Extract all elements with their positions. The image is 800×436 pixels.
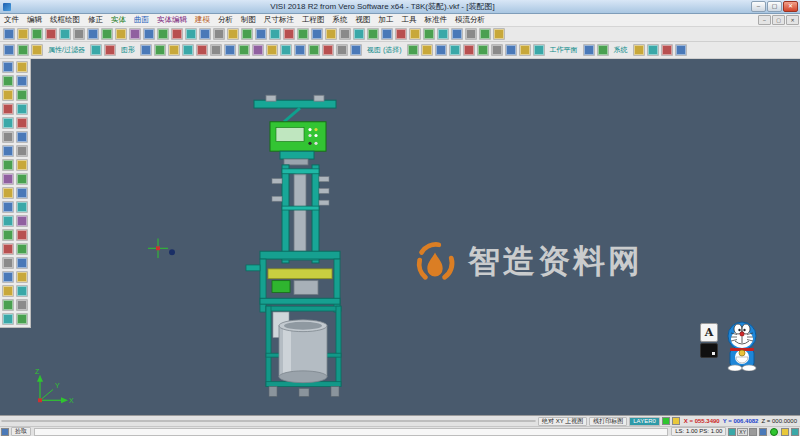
tool-icon[interactable] <box>633 44 645 56</box>
tool-icon[interactable] <box>3 28 15 40</box>
mdi-close-button[interactable]: ✕ <box>786 15 799 25</box>
menu-item[interactable]: 分析 <box>214 15 237 25</box>
tool-icon[interactable] <box>16 159 28 171</box>
tool-icon[interactable] <box>2 201 14 213</box>
text-style-preview[interactable]: A <box>700 323 718 342</box>
tool-icon[interactable] <box>2 299 14 311</box>
menu-item[interactable]: 系统 <box>329 15 352 25</box>
tool-icon[interactable] <box>2 131 14 143</box>
tool-icon[interactable] <box>283 28 295 40</box>
tool-icon[interactable] <box>597 44 609 56</box>
tool-icon[interactable] <box>395 28 407 40</box>
tool-icon[interactable] <box>381 28 393 40</box>
tool-icon[interactable] <box>168 44 180 56</box>
tool-icon[interactable] <box>350 44 362 56</box>
tool-icon[interactable] <box>16 271 28 283</box>
grid-toggle-icon[interactable] <box>728 428 736 436</box>
menu-item[interactable]: 实体编辑 <box>153 15 191 25</box>
mdi-restore-button[interactable]: ▢ <box>772 15 785 25</box>
menu-item[interactable]: 制图 <box>237 15 260 25</box>
tool-icon[interactable] <box>2 215 14 227</box>
tool-icon[interactable] <box>435 44 447 56</box>
tool-icon[interactable] <box>199 28 211 40</box>
highlight-toggle-icon[interactable] <box>781 428 789 436</box>
tool-icon[interactable] <box>353 28 365 40</box>
tool-icon[interactable] <box>227 28 239 40</box>
tool-icon[interactable] <box>104 44 116 56</box>
snap-mode-label[interactable]: 拾取 <box>11 427 31 436</box>
text-style-panel[interactable]: A <box>700 323 718 358</box>
tool-icon[interactable] <box>325 28 337 40</box>
tool-icon[interactable] <box>280 44 292 56</box>
tool-icon[interactable] <box>129 28 141 40</box>
tool-icon[interactable] <box>409 28 421 40</box>
tool-icon[interactable] <box>16 285 28 297</box>
tool-icon[interactable] <box>336 44 348 56</box>
tool-icon[interactable] <box>465 28 477 40</box>
menu-item[interactable]: 实体 <box>107 15 130 25</box>
tool-icon[interactable] <box>2 313 14 325</box>
menu-item[interactable]: 文件 <box>0 15 23 25</box>
tool-icon[interactable] <box>185 28 197 40</box>
tool-icon[interactable] <box>87 28 99 40</box>
tool-icon[interactable] <box>437 28 449 40</box>
tool-icon[interactable] <box>224 44 236 56</box>
tool-icon[interactable] <box>322 44 334 56</box>
tool-icon[interactable] <box>463 44 475 56</box>
tool-icon[interactable] <box>16 187 28 199</box>
tool-icon[interactable] <box>2 89 14 101</box>
snap-toggle-icon[interactable] <box>759 428 767 436</box>
layer-color-chip[interactable] <box>662 417 670 425</box>
restore-button[interactable]: ▢ <box>767 1 782 12</box>
tool-icon[interactable] <box>491 44 503 56</box>
tool-icon[interactable] <box>140 44 152 56</box>
menu-item[interactable]: 编辑 <box>23 15 46 25</box>
menu-item[interactable]: 修正 <box>84 15 107 25</box>
tool-icon[interactable] <box>16 89 28 101</box>
workplane-indicator[interactable]: 绝对 XY 上视图 <box>538 417 587 426</box>
select-mode-icon[interactable] <box>1 428 9 436</box>
tool-icon[interactable] <box>17 28 29 40</box>
xy-plane-toggle[interactable]: XY <box>737 428 748 436</box>
tool-icon[interactable] <box>2 145 14 157</box>
view-mode-indicator[interactable]: 线打印标图 <box>589 417 627 426</box>
pen-color-chip[interactable] <box>672 417 680 425</box>
ortho-toggle-icon[interactable] <box>749 428 757 436</box>
menu-item[interactable]: 标准件 <box>421 15 452 25</box>
tool-icon[interactable] <box>297 28 309 40</box>
tool-icon[interactable] <box>2 103 14 115</box>
tool-icon[interactable] <box>2 257 14 269</box>
tool-icon[interactable] <box>2 117 14 129</box>
tool-icon[interactable] <box>2 75 14 87</box>
minimize-button[interactable]: – <box>751 1 766 12</box>
tool-icon[interactable] <box>647 44 659 56</box>
tool-icon[interactable] <box>241 28 253 40</box>
tool-icon[interactable] <box>2 229 14 241</box>
tool-icon[interactable] <box>16 313 28 325</box>
tool-icon[interactable] <box>451 28 463 40</box>
tool-icon[interactable] <box>17 44 29 56</box>
menu-item[interactable]: 工程图 <box>298 15 329 25</box>
tool-icon[interactable] <box>493 28 505 40</box>
tool-icon[interactable] <box>675 44 687 56</box>
tool-icon[interactable] <box>16 173 28 185</box>
tool-icon[interactable] <box>157 28 169 40</box>
menu-item[interactable]: 加工 <box>375 15 398 25</box>
tool-icon[interactable] <box>16 215 28 227</box>
tool-icon[interactable] <box>407 44 419 56</box>
mdi-minimize-button[interactable]: – <box>758 15 771 25</box>
tool-icon[interactable] <box>2 285 14 297</box>
tool-icon[interactable] <box>210 44 222 56</box>
menu-item[interactable]: 建模 <box>191 15 214 25</box>
close-button[interactable]: ✕ <box>783 1 798 12</box>
tool-icon[interactable] <box>101 28 113 40</box>
tool-icon[interactable] <box>2 173 14 185</box>
tool-icon[interactable] <box>16 145 28 157</box>
tool-icon[interactable] <box>115 28 127 40</box>
tool-icon[interactable] <box>31 44 43 56</box>
viewport-canvas[interactable]: Z X Y 智造资料网 A <box>0 59 800 415</box>
tool-icon[interactable] <box>16 257 28 269</box>
tool-icon[interactable] <box>16 243 28 255</box>
tool-icon[interactable] <box>2 159 14 171</box>
tool-icon[interactable] <box>423 28 435 40</box>
